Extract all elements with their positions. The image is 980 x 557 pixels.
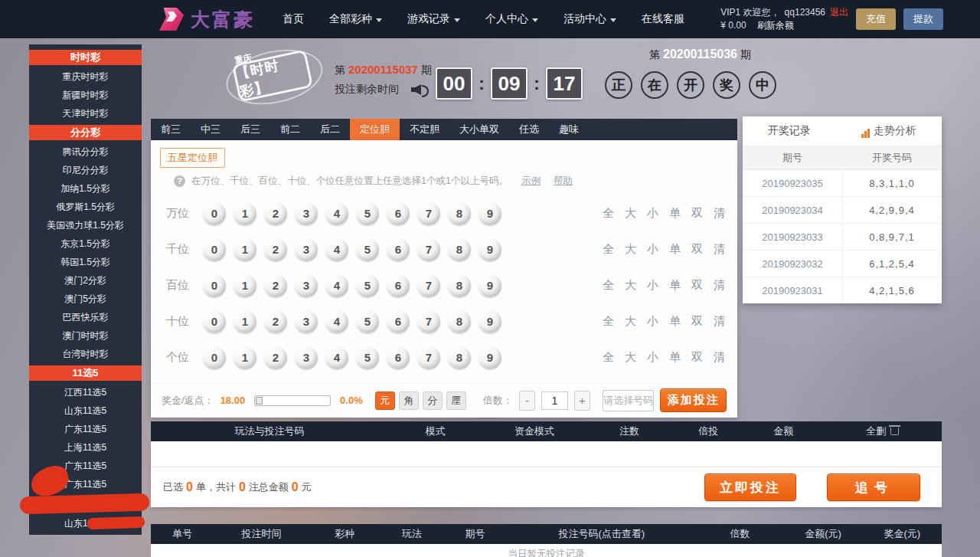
withdraw-button[interactable]: 提款 xyxy=(903,8,943,30)
digit-ball[interactable]: 1 xyxy=(234,202,256,225)
quick-pick-button[interactable]: 全 xyxy=(603,350,614,365)
chase-number-button[interactable]: 追号 xyxy=(827,473,920,501)
sidebar-item-chongqing-ssc[interactable]: 重庆时时彩 xyxy=(29,67,142,86)
digit-ball[interactable]: 8 xyxy=(448,202,471,225)
menu-item-activity-center[interactable]: 活动中心 xyxy=(564,12,616,26)
tab-back-two[interactable]: 后二 xyxy=(310,119,350,140)
multiplier-value[interactable]: 1 xyxy=(541,392,568,410)
menu-item-personal-center[interactable]: 个人中心 xyxy=(485,12,538,26)
digit-ball[interactable]: 1 xyxy=(234,238,256,261)
digit-ball[interactable]: 3 xyxy=(295,346,318,369)
sidebar-item-guangdong-11x5[interactable]: 广东11选5 xyxy=(29,420,142,438)
digit-ball[interactable]: 5 xyxy=(356,238,379,261)
digit-ball[interactable]: 7 xyxy=(417,274,440,297)
quick-pick-button[interactable]: 小 xyxy=(647,242,658,257)
sidebar-item-tianjin-ssc[interactable]: 天津时时彩 xyxy=(29,104,142,123)
quick-pick-button[interactable]: 双 xyxy=(691,206,703,221)
quick-pick-button[interactable]: 清 xyxy=(714,206,725,221)
quick-pick-button[interactable]: 清 xyxy=(714,242,725,257)
quick-pick-button[interactable]: 小 xyxy=(647,278,658,293)
sidebar-item-jiangxi-11x5[interactable]: 江西11选5 xyxy=(29,383,142,401)
quick-pick-button[interactable]: 双 xyxy=(691,350,703,365)
quick-pick-button[interactable]: 小 xyxy=(647,206,658,221)
digit-ball[interactable]: 3 xyxy=(295,310,318,333)
digit-ball[interactable]: 6 xyxy=(387,274,410,297)
digit-ball[interactable]: 8 xyxy=(448,238,471,261)
digit-ball[interactable]: 8 xyxy=(448,274,471,297)
digit-ball[interactable]: 0 xyxy=(203,238,226,261)
quick-pick-button[interactable]: 单 xyxy=(669,206,681,221)
digit-ball[interactable]: 8 xyxy=(448,310,471,333)
digit-ball[interactable]: 9 xyxy=(479,310,501,333)
trash-icon[interactable] xyxy=(890,428,899,435)
tab-front-three[interactable]: 前三 xyxy=(151,119,191,140)
digit-ball[interactable]: 6 xyxy=(387,346,410,369)
site-logo[interactable]: 大富豪 xyxy=(159,7,255,32)
digit-ball[interactable]: 2 xyxy=(264,310,287,333)
digit-ball[interactable]: 4 xyxy=(325,310,348,333)
digit-ball[interactable]: 3 xyxy=(295,202,318,225)
logout-link[interactable]: 退出 xyxy=(830,6,848,19)
sidebar-item-macau-ssc[interactable]: 澳门时时彩 xyxy=(29,326,142,345)
digit-ball[interactable]: 7 xyxy=(417,310,440,333)
quick-pick-button[interactable]: 大 xyxy=(625,242,636,257)
quick-pick-button[interactable]: 单 xyxy=(669,278,681,293)
quick-pick-button[interactable]: 清 xyxy=(714,278,725,293)
menu-item-all-lotteries[interactable]: 全部彩种 xyxy=(329,12,382,26)
digit-ball[interactable]: 1 xyxy=(234,310,256,333)
digit-ball[interactable]: 0 xyxy=(203,202,226,225)
quick-pick-button[interactable]: 大 xyxy=(625,206,636,221)
quick-pick-button[interactable]: 全 xyxy=(603,206,614,221)
digit-ball[interactable]: 9 xyxy=(479,202,501,225)
digit-ball[interactable]: 2 xyxy=(264,238,287,261)
sidebar-item-korea[interactable]: 韩国1.5分彩 xyxy=(29,253,142,271)
unit-jiao-button[interactable]: 角 xyxy=(399,392,419,410)
add-bet-button[interactable]: 添加投注 xyxy=(660,388,727,412)
menu-item-home[interactable]: 首页 xyxy=(283,12,304,26)
quick-pick-button[interactable]: 清 xyxy=(714,314,725,329)
tab-fun[interactable]: 趣味 xyxy=(549,119,589,140)
digit-ball[interactable]: 3 xyxy=(295,238,318,261)
rebate-slider[interactable] xyxy=(254,395,331,406)
digit-ball[interactable]: 1 xyxy=(234,274,256,297)
menu-item-game-records[interactable]: 游戏记录 xyxy=(407,12,460,26)
digit-ball[interactable]: 9 xyxy=(479,274,501,297)
digit-ball[interactable]: 0 xyxy=(203,310,226,333)
recharge-button[interactable]: 充值 xyxy=(856,8,896,30)
digit-ball[interactable]: 5 xyxy=(356,346,379,369)
quick-pick-button[interactable]: 全 xyxy=(603,314,614,329)
sidebar-item-brazil[interactable]: 巴西快乐彩 xyxy=(29,308,142,326)
sidebar-item-taiwan-ssc[interactable]: 台湾时时彩 xyxy=(29,345,142,363)
slider-thumb[interactable] xyxy=(256,397,263,405)
trend-analysis-link[interactable]: 走势分析 xyxy=(861,124,916,138)
digit-ball[interactable]: 4 xyxy=(325,274,348,297)
bet-now-button[interactable]: 立即投注 xyxy=(704,473,796,501)
sidebar-item-xinjiang-ssc[interactable]: 新疆时时彩 xyxy=(29,86,142,104)
unit-li-button[interactable]: 厘 xyxy=(446,392,466,410)
quick-pick-button[interactable]: 清 xyxy=(714,350,725,365)
help-link[interactable]: 帮助 xyxy=(554,175,573,188)
digit-ball[interactable]: 4 xyxy=(325,202,348,225)
digit-ball[interactable]: 6 xyxy=(387,238,410,261)
multiplier-minus-button[interactable]: - xyxy=(519,391,535,411)
tab-big-small-odd-even[interactable]: 大小单双 xyxy=(449,119,509,140)
digit-ball[interactable]: 0 xyxy=(203,346,226,369)
tab-optional[interactable]: 任选 xyxy=(509,119,549,140)
unit-yuan-button[interactable]: 元 xyxy=(375,392,395,410)
digit-ball[interactable]: 7 xyxy=(417,346,440,369)
tab-back-three[interactable]: 后三 xyxy=(230,119,270,140)
multiplier-plus-button[interactable]: + xyxy=(574,391,590,411)
digit-ball[interactable]: 6 xyxy=(387,202,410,225)
speaker-icon[interactable] xyxy=(411,83,430,97)
quick-pick-button[interactable]: 单 xyxy=(669,242,681,257)
menu-item-online-service[interactable]: 在线客服 xyxy=(642,12,684,26)
digit-ball[interactable]: 1 xyxy=(234,346,256,369)
digit-ball[interactable]: 5 xyxy=(356,202,379,225)
quick-pick-button[interactable]: 小 xyxy=(647,314,658,329)
unit-fen-button[interactable]: 分 xyxy=(423,392,443,410)
refresh-balance-link[interactable]: 刷新余额 xyxy=(757,19,794,32)
tab-front-two[interactable]: 前二 xyxy=(270,119,310,140)
digit-ball[interactable]: 2 xyxy=(264,346,287,369)
quick-pick-button[interactable]: 大 xyxy=(625,278,636,293)
mode-button[interactable]: 五星定位胆 xyxy=(160,148,225,168)
